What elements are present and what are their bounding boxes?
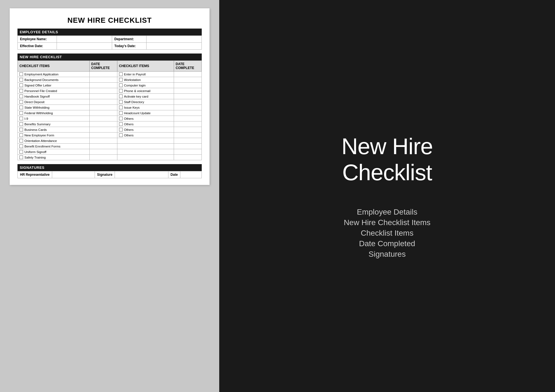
right-empty-16: [117, 155, 174, 160]
date-right-10[interactable]: [174, 121, 202, 127]
right-item-6: Staff Directory: [117, 99, 174, 105]
checkbox-icon[interactable]: [119, 95, 123, 98]
right-panel-item-3: Checklist Items: [361, 229, 413, 238]
effective-date-value[interactable]: [57, 43, 112, 50]
right-empty-15: [117, 149, 174, 155]
employee-details-header: EMPLOYEE DETAILS: [17, 29, 202, 35]
checkbox-icon[interactable]: [119, 78, 123, 82]
right-item-5: Activate key card: [117, 94, 174, 99]
date-right-2[interactable]: [174, 77, 202, 83]
checkbox-icon[interactable]: [19, 95, 23, 98]
checkbox-icon[interactable]: [119, 106, 123, 109]
date-left-2[interactable]: [89, 77, 117, 83]
left-item-6: Direct Deposit: [18, 99, 90, 105]
checkbox-icon[interactable]: [119, 122, 123, 126]
table-row: Personnel File Created Phone & voicemail: [18, 88, 202, 94]
date-right-7[interactable]: [174, 105, 202, 110]
checkbox-icon[interactable]: [19, 106, 23, 109]
employee-name-value[interactable]: [57, 36, 112, 43]
checkbox-icon[interactable]: [119, 72, 123, 76]
date-left-10[interactable]: [89, 121, 117, 127]
checkbox-icon[interactable]: [19, 83, 23, 87]
document: NEW HIRE CHECKLIST EMPLOYEE DETAILS Empl…: [10, 8, 210, 185]
hr-rep-value[interactable]: [52, 171, 95, 178]
date-left-5[interactable]: [89, 94, 117, 99]
signatures-header: SIGNATURES: [17, 164, 202, 171]
checklist-header-row: CHECKLIST ITEMS DATE COMPLETE CHECKLIST …: [18, 61, 202, 72]
checklist-table: CHECKLIST ITEMS DATE COMPLETE CHECKLIST …: [17, 60, 202, 160]
table-row: Effective Date: Today's Date:: [18, 43, 202, 50]
date-left-1[interactable]: [89, 72, 117, 77]
table-row: State Withholding Issue Keys: [18, 105, 202, 110]
todays-date-label: Today's Date:: [112, 43, 146, 50]
checkbox-icon[interactable]: [19, 150, 23, 154]
date-left-7[interactable]: [89, 105, 117, 110]
date-left-16[interactable]: [89, 155, 117, 160]
date-right-3[interactable]: [174, 83, 202, 88]
date-left-9[interactable]: [89, 116, 117, 121]
date-right-empty-13: [174, 138, 202, 144]
date-right-11[interactable]: [174, 127, 202, 133]
checkbox-icon[interactable]: [19, 128, 23, 131]
date-left-14[interactable]: [89, 144, 117, 149]
checkbox-icon[interactable]: [19, 139, 23, 142]
employee-details-table: Employee Name: Department: Effective Dat…: [17, 35, 202, 50]
checkbox-icon[interactable]: [19, 100, 23, 104]
date-right-9[interactable]: [174, 116, 202, 121]
checkbox-icon[interactable]: [19, 111, 23, 115]
left-item-16: Safety Training: [18, 155, 90, 160]
checkbox-icon[interactable]: [119, 89, 123, 93]
checkbox-icon[interactable]: [19, 78, 23, 82]
left-panel: NEW HIRE CHECKLIST EMPLOYEE DETAILS Empl…: [0, 0, 219, 392]
right-panel-item-5: Signatures: [369, 250, 406, 259]
col-header-checklist-items-1: CHECKLIST ITEMS: [18, 61, 90, 72]
left-item-8: Federal Withholding: [18, 110, 90, 116]
checkbox-icon[interactable]: [19, 117, 23, 120]
signature-row: HR Representative Signature Date: [18, 171, 202, 178]
todays-date-value[interactable]: [147, 43, 202, 50]
right-item-8: Headcount Update: [117, 110, 174, 116]
left-item-13: Orientation Attendance: [18, 138, 90, 144]
checkbox-icon[interactable]: [119, 111, 123, 115]
checkbox-icon[interactable]: [19, 156, 23, 159]
left-item-5: Handbook Signoff: [18, 94, 90, 99]
date-left-6[interactable]: [89, 99, 117, 105]
checkbox-icon[interactable]: [119, 83, 123, 87]
date-right-4[interactable]: [174, 88, 202, 94]
left-item-11: Business Cards: [18, 127, 90, 133]
department-value[interactable]: [147, 36, 202, 43]
col-header-date-complete-1: DATE COMPLETE: [89, 61, 117, 72]
date-right-empty-16: [174, 155, 202, 160]
date-left-8[interactable]: [89, 110, 117, 116]
checkbox-icon[interactable]: [19, 133, 23, 137]
date-left-13[interactable]: [89, 138, 117, 144]
date-left-3[interactable]: [89, 83, 117, 88]
signature-value[interactable]: [115, 171, 168, 178]
date-value[interactable]: [180, 171, 201, 178]
date-right-6[interactable]: [174, 99, 202, 105]
department-label: Department:: [112, 36, 146, 43]
table-row: Direct Deposit Staff Directory: [18, 99, 202, 105]
table-row: Employee Name: Department:: [18, 36, 202, 43]
date-left-15[interactable]: [89, 149, 117, 155]
checkbox-icon[interactable]: [119, 133, 123, 137]
checkbox-icon[interactable]: [19, 144, 23, 148]
checkbox-icon[interactable]: [119, 128, 123, 131]
date-left-11[interactable]: [89, 127, 117, 133]
signature-label: Signature: [95, 171, 115, 178]
checkbox-icon[interactable]: [19, 122, 23, 126]
date-right-1[interactable]: [174, 72, 202, 77]
date-right-8[interactable]: [174, 110, 202, 116]
date-right-5[interactable]: [174, 94, 202, 99]
table-row: New Employee Form Others: [18, 133, 202, 138]
checkbox-icon[interactable]: [19, 89, 23, 93]
checkbox-icon[interactable]: [19, 72, 23, 76]
date-left-12[interactable]: [89, 133, 117, 138]
checkbox-icon[interactable]: [119, 117, 123, 120]
right-panel-item-2: New Hire Checklist Items: [344, 218, 431, 227]
date-left-4[interactable]: [89, 88, 117, 94]
left-item-9: I-9: [18, 116, 90, 121]
table-row: Uniform Signoff: [18, 149, 202, 155]
checkbox-icon[interactable]: [119, 100, 123, 104]
date-right-12[interactable]: [174, 133, 202, 138]
